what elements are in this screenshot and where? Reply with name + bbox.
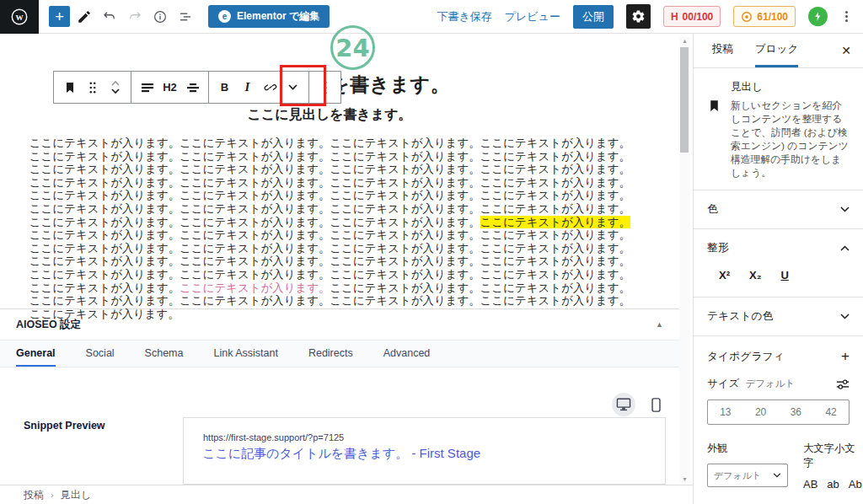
aioseo-tab-schema[interactable]: Schema xyxy=(145,340,184,367)
collapse-arrow-icon[interactable]: ▲ xyxy=(656,320,663,329)
undo-icon xyxy=(102,9,117,24)
plus-icon[interactable]: + xyxy=(841,348,850,365)
block-type-button[interactable] xyxy=(58,72,81,103)
panel-typography: タイポグラフィ + サイズ デフォルト 13 20 36 42 xyxy=(694,336,863,504)
aioseo-tab-redirects[interactable]: Redirects xyxy=(308,340,353,367)
preview-button[interactable]: プレビュー xyxy=(505,9,560,24)
panel-typography-header[interactable]: タイポグラフィ + xyxy=(694,336,863,377)
elementor-button-label: Elementor で編集 xyxy=(237,9,319,24)
mobile-preview-button[interactable] xyxy=(644,393,667,416)
headline-score-badge[interactable]: H 00/100 xyxy=(663,6,721,27)
aioseo-tab-link-assistant[interactable]: Link Assistant xyxy=(213,340,277,367)
aioseo-tab-advanced[interactable]: Advanced xyxy=(383,340,431,367)
scrollbar-thumb[interactable] xyxy=(680,47,689,153)
panel-format-header[interactable]: 整形 xyxy=(694,229,863,267)
capitalize-button[interactable]: Ab xyxy=(849,478,862,491)
block-movers[interactable] xyxy=(104,72,126,103)
underline-button[interactable]: U xyxy=(780,269,788,281)
snippet-title-link[interactable]: ここに記事のタイトルを書きます。 - First Stage xyxy=(202,446,480,462)
gear-icon xyxy=(631,9,646,24)
info-icon xyxy=(153,9,168,24)
list-view-button[interactable] xyxy=(174,6,196,28)
chevron-down-icon xyxy=(840,206,850,212)
bold-button[interactable]: B xyxy=(213,72,236,103)
save-draft-button[interactable]: 下書き保存 xyxy=(437,9,491,24)
size-settings-button[interactable] xyxy=(836,378,850,390)
sidebar-tab-post[interactable]: 投稿 xyxy=(712,34,733,67)
block-card-title: 見出し xyxy=(731,80,851,94)
heading-block-icon-wrap xyxy=(707,99,721,180)
snippet-preview-label: Snippet Preview xyxy=(24,420,105,432)
bookmark-icon xyxy=(63,81,77,94)
body-paragraph[interactable]: ここにテキストが入ります。ここにテキストが入ります。ここにテキストが入ります。こ… xyxy=(29,137,630,320)
align-left-button[interactable] xyxy=(136,72,158,103)
appearance-select[interactable]: デフォルト xyxy=(707,464,788,487)
seo-score-value: 61/100 xyxy=(757,11,788,23)
aioseo-tab-bar: General Social Schema Link Assistant Red… xyxy=(0,340,679,367)
panel-text-color-header[interactable]: テキストの色 xyxy=(694,298,863,335)
elementor-icon: e xyxy=(218,10,231,23)
redo-button[interactable] xyxy=(124,6,146,28)
edit-with-elementor-button[interactable]: e Elementor で編集 xyxy=(208,5,330,28)
toolbar-group-block xyxy=(54,72,131,103)
italic-button[interactable]: I xyxy=(236,72,259,103)
heading-level-button[interactable]: H2 xyxy=(158,72,181,103)
size-label: サイズ xyxy=(707,377,739,391)
subscript-button[interactable]: X₂ xyxy=(749,269,761,281)
heading-block-h3[interactable]: ここに見出しを書きます。 xyxy=(29,106,630,124)
font-size-36[interactable]: 36 xyxy=(779,400,814,424)
phone-icon xyxy=(651,398,661,412)
align-center-button[interactable] xyxy=(181,72,204,103)
lowercase-button[interactable]: ab xyxy=(827,478,839,491)
chevron-up-icon xyxy=(840,245,850,251)
settings-sidebar: 投稿 ブロック ✕ 見出し 新しいセクションを紹介しコンテンツを整理することで、… xyxy=(693,34,863,504)
aioseo-tab-general[interactable]: General xyxy=(16,340,56,367)
move-down-icon xyxy=(110,88,121,94)
monitor-icon xyxy=(616,398,631,411)
target-icon xyxy=(741,11,753,23)
wordpress-logo[interactable]: W xyxy=(0,0,39,34)
snippet-preview-box: https://first-stage.support/?p=7125 ここに記… xyxy=(183,417,666,485)
publish-button[interactable]: 公開 xyxy=(573,5,614,29)
drag-dots-icon xyxy=(88,81,98,94)
font-size-20[interactable]: 20 xyxy=(743,400,779,424)
lettercase-label: 大文字小文字 xyxy=(803,442,862,470)
editor-top-bar: W + xyxy=(0,0,863,34)
superscript-button[interactable]: X² xyxy=(719,269,730,281)
font-size-13[interactable]: 13 xyxy=(708,400,743,424)
desktop-preview-button[interactable] xyxy=(612,393,635,416)
panel-text-color-label: テキストの色 xyxy=(707,309,773,324)
scroll-up-arrow[interactable]: ▲ xyxy=(679,38,690,44)
undo-button[interactable] xyxy=(99,6,121,28)
font-size-42[interactable]: 42 xyxy=(813,400,849,424)
edit-tool-button[interactable] xyxy=(73,6,95,28)
headline-score-value: 00/100 xyxy=(683,11,714,23)
font-size-row: サイズ デフォルト xyxy=(694,377,863,398)
seo-score-badge[interactable]: 61/100 xyxy=(733,6,796,27)
panel-typography-label: タイポグラフィ xyxy=(707,350,785,364)
settings-toggle-button[interactable] xyxy=(626,4,651,29)
annotation-red-box xyxy=(280,65,326,106)
scroll-down-arrow[interactable]: ▼ xyxy=(679,476,690,482)
close-sidebar-button[interactable]: ✕ xyxy=(841,44,851,57)
drag-handle[interactable] xyxy=(81,72,104,103)
breadcrumb-post[interactable]: 投稿 xyxy=(24,488,44,502)
toolbar-group-heading: H2 xyxy=(131,72,209,103)
snippet-url: https://first-stage.support/?p=7125 xyxy=(203,432,344,442)
panel-color-header[interactable]: 色 xyxy=(694,190,863,228)
link-button[interactable] xyxy=(259,72,281,103)
content-scrollbar[interactable]: ▲ ▼ xyxy=(679,37,690,482)
lightning-icon xyxy=(812,11,823,22)
block-info-card: 見出し 新しいセクションを紹介しコンテンツを整理することで、訪問者 (および検索… xyxy=(694,68,863,190)
wordpress-editor-window: W + xyxy=(0,0,863,504)
options-menu-button[interactable] xyxy=(840,8,853,25)
boost-badge[interactable] xyxy=(808,7,828,26)
uppercase-button[interactable]: AB xyxy=(803,478,817,491)
aioseo-tab-social[interactable]: Social xyxy=(86,340,115,367)
size-default-value: デフォルト xyxy=(745,378,795,390)
pencil-icon xyxy=(77,9,92,24)
details-button[interactable] xyxy=(149,6,171,28)
panel-text-color: テキストの色 xyxy=(694,298,863,336)
sidebar-tab-block[interactable]: ブロック xyxy=(755,34,798,67)
block-inserter-button[interactable]: + xyxy=(49,6,70,27)
